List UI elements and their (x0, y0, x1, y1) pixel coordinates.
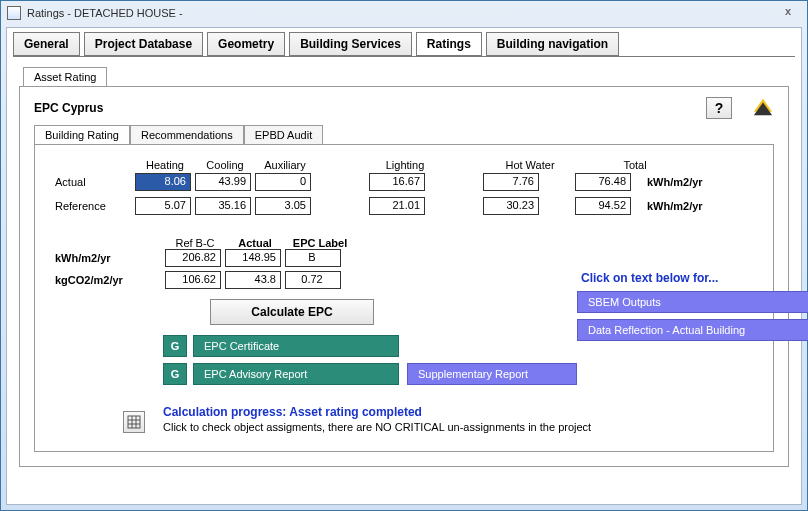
svg-rect-2 (128, 416, 140, 428)
reference-aux[interactable]: 3.05 (255, 197, 311, 215)
epc-row-kwh-label: kWh/m2/yr (55, 252, 165, 264)
reference-hotwater[interactable]: 30.23 (483, 197, 539, 215)
g-badge-advisory: G (163, 363, 187, 385)
col-cooling: Cooling (195, 159, 255, 171)
reference-total[interactable]: 94.52 (575, 197, 631, 215)
reference-unit: kWh/m2/yr (647, 200, 703, 212)
actual-cooling[interactable]: 43.99 (195, 173, 251, 191)
help-button[interactable]: ? (706, 97, 732, 119)
sub-tabs: Asset Rating (19, 67, 789, 86)
building-rating-panel: Heating Cooling Auxiliary Lighting Hot W… (34, 144, 774, 452)
col-hotwater: Hot Water (495, 159, 565, 171)
tab-building-rating[interactable]: Building Rating (34, 125, 130, 144)
progress-hint: Click to check object assigments, there … (163, 421, 591, 433)
epc-kgco2-actual[interactable]: 43.8 (225, 271, 281, 289)
epc-col-ref: Ref B-C (165, 237, 225, 249)
epc-col-label: EPC Label (285, 237, 355, 249)
tab-project-database[interactable]: Project Database (84, 32, 203, 56)
tab-building-services[interactable]: Building Services (289, 32, 412, 56)
col-heating: Heating (135, 159, 195, 171)
panel-title: EPC Cyprus (34, 101, 706, 115)
epc-advisory-report-button[interactable]: EPC Advisory Report (193, 363, 399, 385)
app-icon (7, 6, 21, 20)
actual-unit: kWh/m2/yr (647, 176, 703, 188)
sbem-outputs-link[interactable]: SBEM Outputs (577, 291, 808, 313)
epc-summary: Ref B-C Actual EPC Label kWh/m2/yr 206.8… (55, 237, 577, 391)
epc-col-actual: Actual (225, 237, 285, 249)
calculate-epc-button[interactable]: Calculate EPC (210, 299, 374, 325)
tab-building-navigation[interactable]: Building navigation (486, 32, 619, 56)
epc-kwh-label[interactable]: B (285, 249, 341, 267)
epc-kgco2-label[interactable]: 0.72 (285, 271, 341, 289)
client-area: General Project Database Geometry Buildi… (6, 27, 802, 505)
col-total: Total (605, 159, 665, 171)
epc-kgco2-ref[interactable]: 106.62 (165, 271, 221, 289)
energy-metrics: Heating Cooling Auxiliary Lighting Hot W… (55, 159, 753, 215)
epc-row-kgco2-label: kgCO2/m2/yr (55, 274, 165, 286)
epc-kwh-ref[interactable]: 206.82 (165, 249, 221, 267)
asset-rating-panel: EPC Cyprus ? Building Rating Recommendat… (19, 86, 789, 467)
close-icon[interactable]: x (775, 5, 801, 21)
check-assignments-button[interactable] (123, 411, 145, 433)
g-badge-certificate: G (163, 335, 187, 357)
window-title: Ratings - DETACHED HOUSE - (27, 7, 775, 19)
actual-total[interactable]: 76.48 (575, 173, 631, 191)
progress-footer: Calculation progress: Asset rating compl… (55, 405, 753, 433)
row-actual-label: Actual (55, 176, 135, 188)
grid-icon (127, 415, 141, 429)
actual-lighting[interactable]: 16.67 (369, 173, 425, 191)
tab-ratings[interactable]: Ratings (416, 32, 482, 56)
reference-cooling[interactable]: 35.16 (195, 197, 251, 215)
col-lighting: Lighting (375, 159, 435, 171)
reference-lighting[interactable]: 21.01 (369, 197, 425, 215)
supplementary-report-button[interactable]: Supplementary Report (407, 363, 577, 385)
main-tabs: General Project Database Geometry Buildi… (7, 28, 801, 56)
help-icon: ? (715, 100, 724, 116)
tab-epbd-audit[interactable]: EPBD Audit (244, 125, 323, 144)
window-root: Ratings - DETACHED HOUSE - x General Pro… (0, 0, 808, 511)
tab-general[interactable]: General (13, 32, 80, 56)
data-reflection-link[interactable]: Data Reflection - Actual Building (577, 319, 808, 341)
click-header: Click on text below for... (581, 271, 808, 285)
titlebar: Ratings - DETACHED HOUSE - x (1, 1, 807, 25)
tab-recommendations[interactable]: Recommendations (130, 125, 244, 144)
actual-aux[interactable]: 0 (255, 173, 311, 191)
epc-certificate-button[interactable]: EPC Certificate (193, 335, 399, 357)
row-reference-label: Reference (55, 200, 135, 212)
actual-heating[interactable]: 8.06 (135, 173, 191, 191)
actual-hotwater[interactable]: 7.76 (483, 173, 539, 191)
app-logo-icon (752, 97, 774, 119)
tab-geometry[interactable]: Geometry (207, 32, 285, 56)
tab-asset-rating[interactable]: Asset Rating (23, 67, 107, 86)
right-links: Click on text below for... SBEM Outputs … (577, 237, 808, 391)
reference-heating[interactable]: 5.07 (135, 197, 191, 215)
epc-kwh-actual[interactable]: 148.95 (225, 249, 281, 267)
inner-tabs: Building Rating Recommendations EPBD Aud… (34, 125, 774, 144)
col-auxiliary: Auxiliary (255, 159, 315, 171)
progress-status: Calculation progress: Asset rating compl… (163, 405, 591, 419)
